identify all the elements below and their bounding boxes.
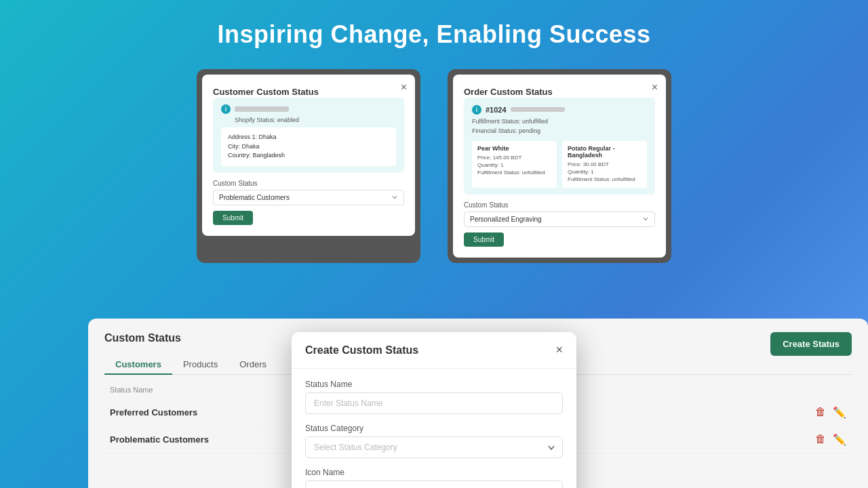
create-status-button[interactable]: Create Status xyxy=(770,332,852,356)
order-item2-qty: Quantity: 1 xyxy=(568,168,642,176)
status-category-select[interactable]: Select Status Category Customers Product… xyxy=(305,436,563,458)
order-modal-close-button[interactable]: × xyxy=(652,81,658,94)
tab-products[interactable]: Products xyxy=(172,355,229,375)
customer-address-country: Country: Bangladesh xyxy=(228,151,389,161)
cards-row: Customer Custom Status × i Shopify Statu… xyxy=(0,69,868,263)
status-name-group: Status Name xyxy=(305,380,563,414)
customer-address-box: Address 1: Dhaka City: Dhaka Country: Ba… xyxy=(221,127,396,166)
tab-customers[interactable]: Customers xyxy=(104,355,172,375)
order-financial-status: Financial Status: pending xyxy=(472,127,647,136)
icon-name-group: Icon Name Use icon from Shopify Polaris … xyxy=(305,468,563,488)
order-fulfillment-status: Fulfillment Status: unfulfilled xyxy=(472,117,647,127)
hero-title: Inspiring Change, Enabling Success xyxy=(0,20,868,49)
order-modal-inner: Order Custom Status × i #1024 Fulfillmen… xyxy=(453,75,666,258)
customer-submit-button[interactable]: Submit xyxy=(213,211,253,225)
row1-actions: 🗑 ✏️ xyxy=(815,406,846,419)
status-name-input[interactable] xyxy=(305,392,563,414)
order-modal-title: Order Custom Status xyxy=(464,87,553,97)
row2-name: Problematic Customers xyxy=(110,434,209,445)
order-item2-name: Potato Regular - Bangladesh xyxy=(568,145,642,159)
row2-edit-icon[interactable]: ✏️ xyxy=(833,433,846,446)
order-submit-button[interactable]: Submit xyxy=(464,232,504,247)
order-items-row: Pear White Price: 145.00 BDT Quantity: 1… xyxy=(472,141,647,188)
row1-edit-icon[interactable]: ✏️ xyxy=(833,406,846,419)
create-custom-status-modal: Create Custom Status × Status Name Statu… xyxy=(292,332,576,488)
order-item2-price: Price: 30.00 BDT xyxy=(568,161,642,168)
order-status-select[interactable]: Personalized Engraving xyxy=(464,211,655,227)
order-item-2: Potato Regular - Bangladesh Price: 30.00… xyxy=(562,141,647,188)
customer-modal-card: Customer Custom Status × i Shopify Statu… xyxy=(197,69,420,263)
order-modal-card: Order Custom Status × i #1024 Fulfillmen… xyxy=(448,69,671,263)
icon-name-label: Icon Name xyxy=(305,468,563,477)
order-item1-qty: Quantity: 1 xyxy=(477,161,551,169)
order-info-icon: i xyxy=(472,105,481,115)
create-modal-close-button[interactable]: × xyxy=(555,343,563,357)
info-icon: i xyxy=(221,104,231,114)
row2-actions: 🗑 ✏️ xyxy=(815,433,846,446)
order-item1-price: Price: 145.00 BDT xyxy=(477,154,551,161)
customer-custom-status-label: Custom Status xyxy=(213,180,404,187)
order-item-1: Pear White Price: 145.00 BDT Quantity: 1… xyxy=(472,141,557,188)
customer-address-city: City: Dhaka xyxy=(228,142,389,152)
icon-name-input[interactable] xyxy=(305,481,563,488)
hero-section: Inspiring Change, Enabling Success xyxy=(0,0,868,62)
status-category-label: Status Category xyxy=(305,424,563,433)
order-info-box: i #1024 Fulfillment Status: unfulfilled … xyxy=(464,98,655,195)
customer-modal-inner: Customer Custom Status × i Shopify Statu… xyxy=(202,75,415,236)
order-custom-status-label: Custom Status xyxy=(464,201,655,209)
tab-orders[interactable]: Orders xyxy=(229,355,277,375)
order-item1-name: Pear White xyxy=(477,145,551,152)
customer-info-box: i Shopify Status: enabled Address 1: Dha… xyxy=(213,98,404,173)
customer-modal-close-button[interactable]: × xyxy=(401,81,407,94)
row1-name: Preferred Customers xyxy=(110,407,197,418)
order-name-placeholder xyxy=(511,107,565,112)
customer-status-select[interactable]: Problematic Customers xyxy=(213,190,404,205)
customer-name-placeholder xyxy=(235,106,289,112)
order-item2-fulfillment: Fulfillment Status: unfulfilled xyxy=(568,176,642,183)
customer-modal-title: Customer Custom Status xyxy=(213,87,319,97)
create-modal-title: Create Custom Status xyxy=(305,344,418,357)
status-category-group: Status Category Select Status Category C… xyxy=(305,424,563,458)
order-number: #1024 xyxy=(486,106,507,114)
status-name-label: Status Name xyxy=(305,380,563,389)
customer-shopify-status: Shopify Status: enabled xyxy=(235,117,396,123)
customer-address-line1: Address 1: Dhaka xyxy=(228,133,389,142)
row1-delete-icon[interactable]: 🗑 xyxy=(815,406,826,419)
create-modal-body: Status Name Status Category Select Statu… xyxy=(292,369,576,488)
row2-delete-icon[interactable]: 🗑 xyxy=(815,433,826,446)
create-modal-header: Create Custom Status × xyxy=(292,332,576,369)
order-item1-fulfillment: Fulfillment Status: unfulfilled xyxy=(477,169,551,176)
customer-info-header: i xyxy=(221,104,396,114)
